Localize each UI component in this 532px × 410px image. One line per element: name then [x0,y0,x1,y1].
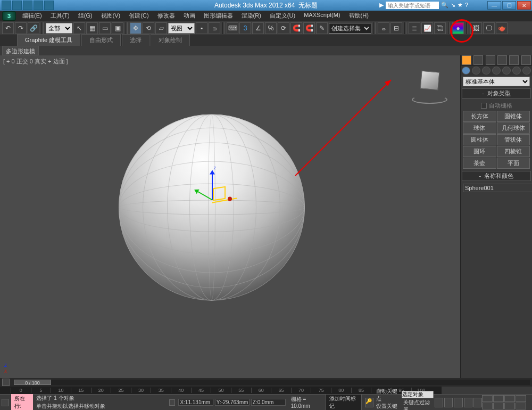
app-logo-icon[interactable]: 3 [2,11,16,21]
named-selset-dropdown[interactable]: 创建选择集 [329,23,371,34]
render-setup-button[interactable]: 🖼 [470,22,482,34]
menu-customize[interactable]: 自定义(U) [265,11,300,21]
helpers-subtab-icon[interactable] [502,67,511,75]
snap-button[interactable]: 3 [239,22,251,34]
titlebar-icon[interactable] [2,1,11,10]
undo-button[interactable]: ↶ [2,22,14,34]
render-frame-button[interactable]: 🖵 [483,22,495,34]
ribbon-tab-paint[interactable]: 对象绘制 [151,34,190,46]
scale-button[interactable]: ▱ [155,22,167,34]
zoom-all-button[interactable] [493,395,504,402]
cone-button[interactable]: 圆锥体 [497,111,530,122]
utilities-tab-icon[interactable] [521,55,531,65]
pan-button[interactable] [493,403,504,409]
close-button[interactable]: ✕ [517,1,531,10]
menu-modifier[interactable]: 修改器 [153,11,179,21]
zoom-button[interactable] [482,395,493,402]
time-tag-dropdown[interactable]: 添加时间标记 [326,394,362,411]
search-icon[interactable]: 🔍 [441,2,448,9]
goto-start-button[interactable] [435,398,443,407]
coord-z-input[interactable] [257,399,284,405]
pivot-button[interactable]: ▪ [196,22,207,34]
sphere-button[interactable]: 球体 [463,122,496,134]
object-name-input[interactable] [463,184,532,192]
tube-button[interactable]: 管状体 [497,134,530,145]
geometry-subtab-icon[interactable] [462,67,470,75]
selection-filter-dropdown[interactable]: 全部 [46,23,72,34]
window-crossing-button[interactable]: ▣ [112,22,123,34]
next-frame-button[interactable] [464,398,472,407]
percent-snap-button[interactable]: % [265,22,277,34]
field-of-view-button[interactable] [482,403,493,409]
star-icon[interactable]: ★ [458,2,463,9]
ribbon-tab-graphite[interactable]: Graphite 建模工具 [17,34,80,46]
shapes-subtab-icon[interactable] [472,67,480,75]
viewport-label[interactable]: [ + 0 正交 0 真实 + 边面 ] [3,58,68,65]
viewport[interactable]: [ + 0 正交 0 真实 + 边面 ] z [0,55,460,378]
geosphere-button[interactable]: 几何球体 [497,122,530,134]
select-region-button[interactable]: ▭ [99,22,111,34]
cameras-subtab-icon[interactable] [492,67,501,75]
ribbon-tab-freeform[interactable]: 自由形式 [81,34,121,46]
spacewarps-subtab-icon[interactable] [512,67,521,75]
link-button[interactable]: 🔗 [28,22,39,34]
titlebar-icon[interactable] [34,1,43,10]
rollout-object-type[interactable]: - 对象类型 [462,88,531,99]
angle-snap-button[interactable]: ∠ [252,22,264,34]
edit-named-sel-button[interactable]: ✎ [316,22,328,34]
help-search-input[interactable] [386,2,439,9]
menu-edit[interactable]: 编辑(E) [18,11,46,21]
lock-icon[interactable] [169,399,175,406]
zoom-extents-all-button[interactable] [516,395,526,402]
rotate-button[interactable]: ⟲ [143,22,154,34]
ref-coord-dropdown[interactable]: 视图 [168,23,195,34]
curve-editor-button[interactable]: 📈 [421,22,433,34]
autogrid-checkbox[interactable] [481,103,487,109]
render-button[interactable]: 🫖 [496,22,508,34]
create-tab-icon[interactable] [462,55,471,65]
zoom-extents-button[interactable] [504,395,515,402]
menu-graph-editor[interactable]: 图形编辑器 [200,11,237,21]
align-button[interactable]: ⊟ [390,22,402,34]
teapot-button[interactable]: 茶壶 [463,158,496,169]
ribbon-tab-select[interactable]: 选择 [122,34,149,46]
magnet-icon[interactable]: 🧲 [303,22,315,34]
spinner-snap-button[interactable]: ⟳ [278,22,289,34]
menu-create[interactable]: 创建(C) [124,11,153,21]
menu-maxscript[interactable]: MAXScript(M) [300,11,344,21]
move-button[interactable]: ✥ [130,22,142,34]
redo-button[interactable]: ↷ [15,22,27,34]
torus-button[interactable]: 圆环 [463,146,496,157]
menu-view[interactable]: 视图(V) [97,11,125,21]
play-button[interactable] [454,398,462,407]
time-slider[interactable]: 0 / 100 [0,378,532,387]
pyramid-button[interactable]: 四棱锥 [497,146,530,157]
box-button[interactable]: 长方体 [463,111,496,122]
coord-y-input[interactable] [221,399,248,405]
keyboard-shortcut-button[interactable]: ⌨ [227,22,238,34]
help-icon[interactable]: ? [465,2,468,9]
arrow-icon[interactable]: ↘ [451,2,455,9]
autokey-button[interactable]: 自动关键点 [375,388,401,403]
display-tab-icon[interactable] [509,55,519,65]
timeline-config-icon[interactable] [2,379,10,386]
menu-help[interactable]: 帮助(H) [345,11,373,21]
coord-x-input[interactable] [185,399,212,405]
schematic-button[interactable]: ⿻ [434,22,446,34]
menu-group[interactable]: 组(G) [74,11,97,21]
key-icon[interactable]: 🔑 [365,398,373,407]
modify-tab-icon[interactable] [473,55,483,65]
orbit-button[interactable] [504,403,515,409]
sphere-object[interactable]: z [119,114,305,301]
prev-frame-button[interactable] [444,398,453,407]
plane-button[interactable]: 平面 [497,158,530,169]
titlebar-icon[interactable] [12,1,22,10]
maximize-viewport-button[interactable] [516,403,526,409]
key-filters-button[interactable]: 关键点过滤器 [402,399,434,410]
manip-button[interactable]: ⎄ [209,22,220,34]
motion-tab-icon[interactable] [497,55,507,65]
script-icon[interactable] [2,399,9,406]
menu-animation[interactable]: 动画 [179,11,200,21]
titlebar-icon[interactable] [44,1,54,10]
goto-end-button[interactable] [473,398,482,407]
